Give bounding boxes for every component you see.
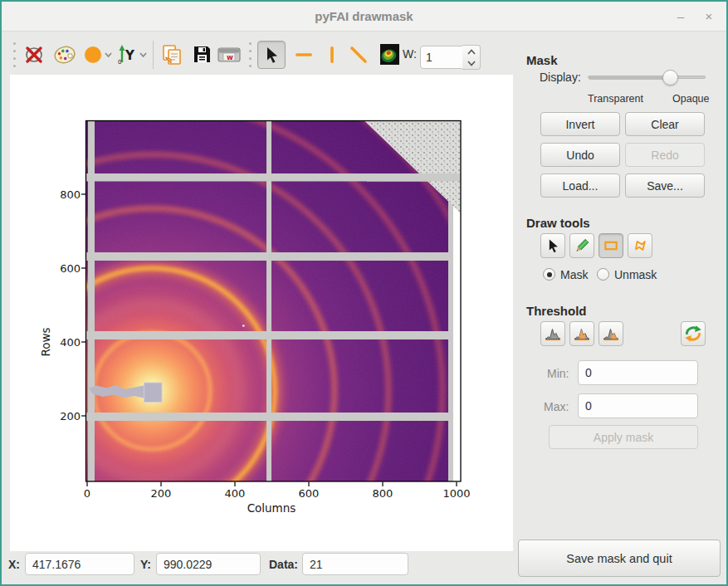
copy-icon (160, 43, 183, 66)
mask-radio[interactable] (543, 268, 555, 281)
status-y-label: Y: (140, 558, 151, 571)
status-y-value[interactable] (156, 553, 261, 575)
pointer-tool-button[interactable] (257, 41, 286, 69)
toolbar-separator (153, 41, 154, 69)
y-axis-direction-button[interactable]: Y 0 (117, 43, 149, 66)
stepper-up-icon (467, 49, 476, 55)
stepper-down-icon (467, 61, 476, 66)
vline-tool-button[interactable] (321, 44, 343, 66)
minimize-button[interactable]: – (670, 7, 691, 27)
y-tick-800: 800 (60, 188, 81, 201)
threshold-heading: Threshold (526, 304, 587, 318)
y-tick-600: 600 (60, 262, 81, 275)
pencil-tool-button[interactable] (569, 233, 594, 258)
pencil-tool-icon (574, 237, 590, 254)
y-axis-direction-icon: Y 0 (117, 43, 149, 66)
apply-mask-button[interactable]: Apply mask (549, 425, 698, 449)
app-window: pyFAI drawmask – × (0, 0, 728, 586)
min-input[interactable] (578, 360, 698, 385)
save-button-toolbar[interactable] (192, 44, 213, 65)
opaque-label: Opaque (672, 93, 709, 105)
vline-tool-icon (321, 44, 343, 66)
pointer-tool-icon (261, 45, 281, 65)
line-tool-button[interactable] (348, 44, 369, 66)
refresh-icon (684, 325, 702, 343)
x-tick-1000: 1000 (442, 487, 470, 500)
pencil-width-label: W: (403, 47, 417, 61)
clear-button[interactable]: Clear (625, 112, 705, 136)
status-x-label: X: (8, 558, 20, 571)
unmask-radio[interactable] (597, 268, 609, 281)
svg-text:w: w (227, 53, 233, 61)
histogram-between-icon (573, 325, 591, 343)
x-tick-200: 200 (151, 487, 172, 500)
save-icon (192, 44, 213, 65)
rectangle-tool-button[interactable] (599, 233, 623, 258)
draw-tools-heading: Draw tools (526, 216, 590, 230)
plot-canvas[interactable]: 0 200 400 600 800 1000 800 600 400 200 C… (10, 75, 513, 551)
min-label: Min: (547, 367, 569, 380)
histogram-below-icon (544, 325, 562, 343)
toolbar: Y 0 (2, 37, 726, 73)
title-bar: pyFAI drawmask – × (2, 2, 726, 32)
x-tick-400: 400 (225, 487, 246, 500)
mask-display-label: Display: (540, 71, 581, 84)
mask-radio-label: Mask (560, 268, 588, 281)
threshold-below-button[interactable] (540, 321, 565, 346)
load-mask-button[interactable]: Load... (540, 173, 620, 198)
threshold-above-button[interactable] (599, 321, 623, 346)
threshold-refresh-button[interactable] (681, 321, 706, 346)
pointer-tool-icon (545, 237, 561, 254)
close-button[interactable]: × (698, 7, 720, 27)
status-data-label: Data: (269, 558, 298, 571)
unmask-radio-label: Unmask (614, 268, 657, 281)
x-tick-600: 600 (299, 487, 320, 500)
rectangle-tool-icon (603, 237, 619, 254)
y-tick-200: 200 (60, 410, 81, 422)
marker-color-button[interactable] (83, 43, 113, 66)
plot-widget: 0 200 400 600 800 1000 800 600 400 200 C… (10, 75, 513, 551)
copy-button[interactable] (160, 43, 183, 66)
beamstop-square-mask (144, 383, 163, 403)
line-tool-icon (348, 44, 369, 66)
invert-button[interactable]: Invert (540, 112, 620, 136)
undo-button[interactable]: Undo (540, 143, 620, 167)
svg-text:Y: Y (125, 48, 135, 63)
svg-text:0: 0 (118, 59, 121, 66)
palette-button[interactable] (53, 43, 77, 66)
save-mask-quit-button[interactable]: Save mask and quit (518, 540, 721, 577)
print-icon: w (217, 45, 242, 65)
browse-tool-button[interactable] (540, 233, 565, 258)
status-x-value[interactable] (25, 553, 134, 575)
print-button[interactable]: w (217, 45, 242, 65)
window-title: pyFAI drawmask (2, 9, 726, 23)
polygon-tool-button[interactable] (628, 233, 652, 258)
colormap-icon (380, 44, 399, 65)
x-axis-label: Columns (247, 501, 296, 515)
redo-button[interactable]: Redo (625, 143, 705, 167)
hline-tool-icon (293, 44, 315, 66)
reset-zoom-icon (23, 44, 45, 66)
palette-icon (53, 43, 77, 66)
mask-transparency-slider-fill (589, 76, 671, 80)
threshold-between-button[interactable] (569, 321, 594, 346)
marker-color-icon (83, 43, 113, 66)
y-tick-400: 400 (60, 336, 81, 349)
status-data-value[interactable] (302, 553, 408, 575)
mask-transparency-slider-handle[interactable] (662, 70, 678, 85)
pencil-width-input[interactable] (420, 46, 463, 69)
toolbar-drag-handle-2[interactable] (247, 42, 252, 67)
histogram-above-icon (602, 325, 620, 343)
max-input[interactable] (578, 393, 698, 418)
mask-heading: Mask (526, 53, 558, 67)
polygon-tool-icon (632, 237, 648, 254)
save-mask-button[interactable]: Save... (625, 173, 705, 198)
toolbar-drag-handle[interactable] (12, 42, 17, 67)
max-label: Max: (544, 400, 569, 413)
x-tick-800: 800 (373, 487, 393, 500)
hline-tool-button[interactable] (293, 44, 315, 66)
pencil-width-stepper[interactable] (462, 45, 481, 70)
y-axis-label: Rows (39, 327, 52, 356)
colormap-button[interactable] (380, 44, 399, 65)
reset-zoom-button[interactable] (23, 44, 45, 66)
